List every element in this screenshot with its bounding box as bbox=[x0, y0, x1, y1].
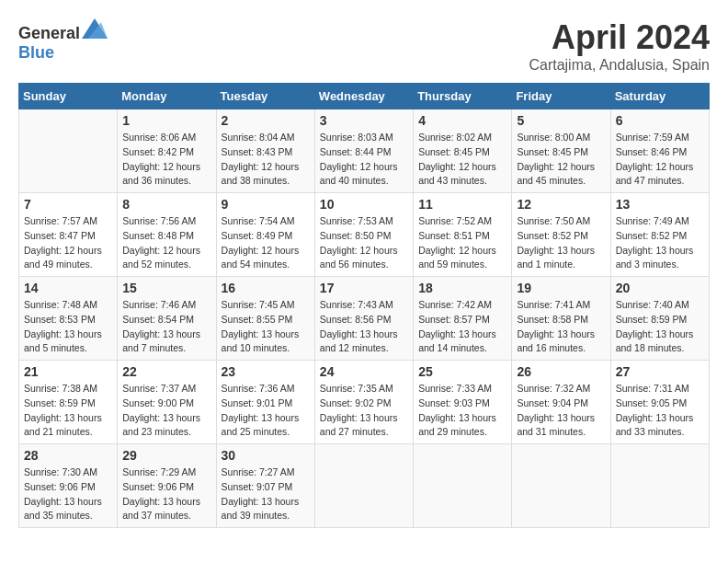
calendar-cell: 29Sunrise: 7:29 AMSunset: 9:06 PMDayligh… bbox=[118, 444, 216, 528]
calendar-cell bbox=[512, 444, 610, 528]
calendar-cell: 19Sunrise: 7:41 AMSunset: 8:58 PMDayligh… bbox=[512, 277, 610, 361]
day-number: 12 bbox=[517, 197, 605, 212]
calendar-cell: 23Sunrise: 7:36 AMSunset: 9:01 PMDayligh… bbox=[216, 361, 314, 444]
day-info: Sunrise: 7:52 AMSunset: 8:51 PMDaylight:… bbox=[418, 214, 506, 272]
day-number: 2 bbox=[222, 113, 310, 128]
header-monday: Monday bbox=[118, 84, 216, 109]
calendar-header-row: SundayMondayTuesdayWednesdayThursdayFrid… bbox=[19, 84, 710, 109]
header-saturday: Saturday bbox=[610, 84, 709, 109]
day-number: 28 bbox=[24, 448, 112, 463]
calendar-cell: 10Sunrise: 7:53 AMSunset: 8:50 PMDayligh… bbox=[314, 193, 413, 277]
day-number: 23 bbox=[222, 364, 310, 379]
day-info: Sunrise: 8:00 AMSunset: 8:45 PMDaylight:… bbox=[517, 131, 605, 189]
day-number: 11 bbox=[418, 197, 506, 212]
calendar-cell: 13Sunrise: 7:49 AMSunset: 8:52 PMDayligh… bbox=[610, 193, 709, 277]
calendar-week-row: 1Sunrise: 8:06 AMSunset: 8:42 PMDaylight… bbox=[19, 109, 710, 193]
day-info: Sunrise: 7:45 AMSunset: 8:55 PMDaylight:… bbox=[222, 298, 310, 356]
calendar-cell: 5Sunrise: 8:00 AMSunset: 8:45 PMDaylight… bbox=[512, 109, 610, 193]
logo: General Blue bbox=[18, 18, 108, 63]
day-number: 21 bbox=[24, 364, 112, 379]
day-info: Sunrise: 7:33 AMSunset: 9:03 PMDaylight:… bbox=[418, 382, 506, 440]
location-title: Cartajima, Andalusia, Spain bbox=[529, 57, 710, 74]
day-info: Sunrise: 7:59 AMSunset: 8:46 PMDaylight:… bbox=[616, 131, 704, 189]
day-info: Sunrise: 7:48 AMSunset: 8:53 PMDaylight:… bbox=[24, 298, 112, 356]
header-sunday: Sunday bbox=[19, 84, 118, 109]
calendar-cell: 14Sunrise: 7:48 AMSunset: 8:53 PMDayligh… bbox=[19, 277, 118, 361]
calendar-cell: 16Sunrise: 7:45 AMSunset: 8:55 PMDayligh… bbox=[216, 277, 314, 361]
logo-blue: Blue bbox=[18, 43, 54, 62]
day-info: Sunrise: 7:50 AMSunset: 8:52 PMDaylight:… bbox=[517, 214, 605, 272]
day-number: 7 bbox=[24, 197, 112, 212]
day-number: 22 bbox=[122, 364, 210, 379]
header-thursday: Thursday bbox=[414, 84, 512, 109]
day-info: Sunrise: 7:56 AMSunset: 8:48 PMDaylight:… bbox=[122, 214, 210, 272]
day-info: Sunrise: 7:42 AMSunset: 8:57 PMDaylight:… bbox=[418, 298, 506, 356]
day-info: Sunrise: 7:49 AMSunset: 8:52 PMDaylight:… bbox=[616, 214, 704, 272]
day-info: Sunrise: 7:30 AMSunset: 9:06 PMDaylight:… bbox=[24, 465, 112, 523]
calendar-cell: 26Sunrise: 7:32 AMSunset: 9:04 PMDayligh… bbox=[512, 361, 610, 444]
calendar-week-row: 28Sunrise: 7:30 AMSunset: 9:06 PMDayligh… bbox=[19, 444, 710, 528]
logo-general: General bbox=[18, 24, 80, 42]
day-info: Sunrise: 7:36 AMSunset: 9:01 PMDaylight:… bbox=[222, 382, 310, 440]
day-info: Sunrise: 8:04 AMSunset: 8:43 PMDaylight:… bbox=[222, 131, 310, 189]
day-number: 26 bbox=[517, 364, 605, 379]
day-info: Sunrise: 8:03 AMSunset: 8:44 PMDaylight:… bbox=[320, 131, 408, 189]
header-friday: Friday bbox=[512, 84, 610, 109]
calendar-cell: 25Sunrise: 7:33 AMSunset: 9:03 PMDayligh… bbox=[414, 361, 512, 444]
day-number: 3 bbox=[320, 113, 408, 128]
calendar-cell: 7Sunrise: 7:57 AMSunset: 8:47 PMDaylight… bbox=[19, 193, 118, 277]
calendar-cell: 8Sunrise: 7:56 AMSunset: 8:48 PMDaylight… bbox=[118, 193, 216, 277]
calendar-week-row: 14Sunrise: 7:48 AMSunset: 8:53 PMDayligh… bbox=[19, 277, 710, 361]
calendar-cell: 28Sunrise: 7:30 AMSunset: 9:06 PMDayligh… bbox=[19, 444, 118, 528]
month-title: April 2024 bbox=[529, 18, 710, 57]
day-info: Sunrise: 7:54 AMSunset: 8:49 PMDaylight:… bbox=[222, 214, 310, 272]
day-number: 24 bbox=[320, 364, 408, 379]
logo-icon bbox=[82, 18, 108, 39]
calendar-cell: 17Sunrise: 7:43 AMSunset: 8:56 PMDayligh… bbox=[314, 277, 413, 361]
day-info: Sunrise: 7:46 AMSunset: 8:54 PMDaylight:… bbox=[122, 298, 210, 356]
calendar-cell bbox=[19, 109, 118, 193]
day-number: 13 bbox=[616, 197, 704, 212]
day-number: 8 bbox=[122, 197, 210, 212]
day-info: Sunrise: 7:35 AMSunset: 9:02 PMDaylight:… bbox=[320, 382, 408, 440]
page-header: General Blue April 2024 Cartajima, Andal… bbox=[18, 18, 710, 74]
calendar-cell bbox=[314, 444, 413, 528]
calendar-cell bbox=[414, 444, 512, 528]
day-info: Sunrise: 7:53 AMSunset: 8:50 PMDaylight:… bbox=[320, 214, 408, 272]
day-info: Sunrise: 7:43 AMSunset: 8:56 PMDaylight:… bbox=[320, 298, 408, 356]
day-number: 27 bbox=[616, 364, 704, 379]
calendar-cell: 11Sunrise: 7:52 AMSunset: 8:51 PMDayligh… bbox=[414, 193, 512, 277]
calendar-cell: 21Sunrise: 7:38 AMSunset: 8:59 PMDayligh… bbox=[19, 361, 118, 444]
day-info: Sunrise: 7:27 AMSunset: 9:07 PMDaylight:… bbox=[222, 465, 310, 523]
day-number: 18 bbox=[418, 281, 506, 295]
header-wednesday: Wednesday bbox=[314, 84, 413, 109]
day-number: 25 bbox=[418, 364, 506, 379]
day-number: 15 bbox=[122, 281, 210, 295]
calendar-cell: 6Sunrise: 7:59 AMSunset: 8:46 PMDaylight… bbox=[610, 109, 709, 193]
calendar-cell: 24Sunrise: 7:35 AMSunset: 9:02 PMDayligh… bbox=[314, 361, 413, 444]
day-number: 30 bbox=[222, 448, 310, 463]
calendar-week-row: 21Sunrise: 7:38 AMSunset: 8:59 PMDayligh… bbox=[19, 361, 710, 444]
day-number: 1 bbox=[122, 113, 210, 128]
day-number: 14 bbox=[24, 281, 112, 295]
day-number: 20 bbox=[616, 281, 704, 295]
calendar-cell bbox=[610, 444, 709, 528]
day-info: Sunrise: 7:41 AMSunset: 8:58 PMDaylight:… bbox=[517, 298, 605, 356]
calendar-cell: 15Sunrise: 7:46 AMSunset: 8:54 PMDayligh… bbox=[118, 277, 216, 361]
title-block: April 2024 Cartajima, Andalusia, Spain bbox=[529, 18, 710, 74]
day-info: Sunrise: 8:06 AMSunset: 8:42 PMDaylight:… bbox=[122, 131, 210, 189]
day-number: 4 bbox=[418, 113, 506, 128]
calendar-cell: 18Sunrise: 7:42 AMSunset: 8:57 PMDayligh… bbox=[414, 277, 512, 361]
calendar-cell: 30Sunrise: 7:27 AMSunset: 9:07 PMDayligh… bbox=[216, 444, 314, 528]
calendar-cell: 27Sunrise: 7:31 AMSunset: 9:05 PMDayligh… bbox=[610, 361, 709, 444]
day-number: 5 bbox=[517, 113, 605, 128]
calendar-cell: 4Sunrise: 8:02 AMSunset: 8:45 PMDaylight… bbox=[414, 109, 512, 193]
day-info: Sunrise: 7:32 AMSunset: 9:04 PMDaylight:… bbox=[517, 382, 605, 440]
day-info: Sunrise: 7:31 AMSunset: 9:05 PMDaylight:… bbox=[616, 382, 704, 440]
calendar-table: SundayMondayTuesdayWednesdayThursdayFrid… bbox=[18, 83, 710, 528]
day-info: Sunrise: 7:38 AMSunset: 8:59 PMDaylight:… bbox=[24, 382, 112, 440]
calendar-cell: 20Sunrise: 7:40 AMSunset: 8:59 PMDayligh… bbox=[610, 277, 709, 361]
day-number: 6 bbox=[616, 113, 704, 128]
day-info: Sunrise: 7:40 AMSunset: 8:59 PMDaylight:… bbox=[616, 298, 704, 356]
day-number: 16 bbox=[222, 281, 310, 295]
